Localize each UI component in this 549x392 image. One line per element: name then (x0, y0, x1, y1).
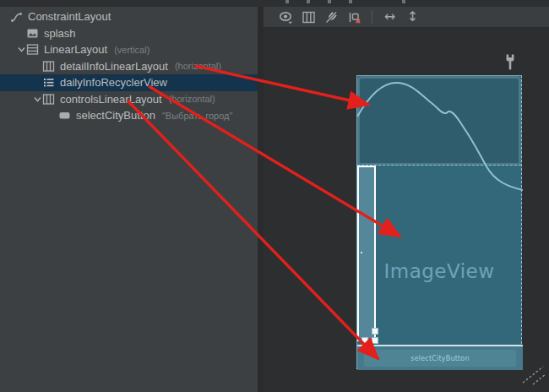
imageview-icon (26, 27, 39, 40)
autoconnect-off-magnet-icon[interactable] (324, 10, 339, 24)
orientation-label: (vertical) (114, 45, 149, 55)
chevron-spacer (16, 28, 26, 38)
tree-item-linearlayout[interactable]: LinearLayout (vertical) (0, 41, 258, 58)
tree-item-detailinfolinearlayout[interactable]: detailInfoLinearLayout (horizontal) (0, 58, 258, 75)
component-tree-panel: ConstraintLayout splash LinearLayout (ve… (0, 7, 258, 392)
recyclerview-icon (42, 76, 55, 89)
controls-bar[interactable]: selectCityButton (357, 345, 523, 370)
imageview-placeholder-label: ImageView (357, 260, 521, 282)
tree-item-label: splash (44, 27, 76, 40)
chevron-spacer (48, 111, 58, 121)
tree-item-label: LinearLayout (44, 43, 107, 56)
toolbar-stub-icon (328, 0, 331, 3)
section-divider-dashed (357, 165, 521, 166)
button-text-label: "Выбрать город" (162, 111, 232, 121)
tree-item-dailyinforecyclerview[interactable]: dailyInfoRecyclerView (0, 74, 258, 91)
canvas-resize-handle[interactable] (521, 366, 546, 389)
view-options-eye-icon[interactable] (279, 10, 293, 24)
recyclerview-selected-strip[interactable] (357, 166, 376, 341)
toolbar-stub-icon (349, 0, 352, 3)
design-toolbar: ↔ ↕ (264, 7, 549, 28)
tree-item-splash[interactable]: splash (0, 25, 258, 42)
toolbar-stub-icon (307, 0, 310, 3)
chevron-spacer (32, 78, 42, 88)
tree-item-selectcitybutton[interactable]: selectCityButton "Выбрать город" (0, 107, 258, 124)
wrench-icon[interactable] (505, 54, 515, 70)
tree-item-label: dailyInfoRecyclerView (60, 76, 167, 89)
chevron-down-icon[interactable] (32, 94, 42, 104)
toolbar-stub-icon (285, 0, 289, 3)
panel-splitter[interactable] (258, 7, 264, 392)
orientation-label: (horizontal) (175, 61, 221, 71)
tree-item-constraintlayout[interactable]: ConstraintLayout (0, 8, 258, 25)
toolbar-separator (372, 10, 372, 24)
linearlayout-vertical-icon (26, 43, 39, 56)
match-height-arrow-icon[interactable]: ↕ (405, 10, 420, 24)
match-width-arrow-icon[interactable]: ↔ (383, 10, 397, 24)
select-city-button-preview[interactable]: selectCityButton (364, 350, 516, 367)
selection-handle[interactable] (372, 328, 378, 335)
tree-item-controlslinearlayout[interactable]: controlsLinearLayout (horizontal) (0, 91, 258, 108)
selection-handle[interactable] (372, 337, 378, 344)
tree-item-label: ConstraintLayout (28, 10, 111, 23)
select-city-button-label: selectCityButton (410, 355, 469, 362)
constraintlayout-icon (10, 10, 23, 23)
design-surface-panel: ↔ ↕ ImageView selectCityButton (264, 7, 549, 392)
chevron-spacer (0, 12, 10, 22)
tree-item-label: controlsLinearLayout (60, 93, 162, 106)
curve-path (357, 83, 523, 190)
linearlayout-horizontal-icon (42, 60, 55, 73)
button-icon (58, 109, 71, 122)
toolbar-stub-icon (402, 0, 405, 3)
blueprint-columns-icon[interactable] (302, 10, 316, 24)
tree-item-label: selectCityButton (76, 109, 155, 122)
chevron-down-icon[interactable] (16, 45, 26, 55)
weather-curve-graphic (357, 76, 523, 203)
clear-constraints-icon[interactable] (347, 10, 361, 24)
device-preview-canvas[interactable]: ImageView selectCityButton (356, 75, 522, 369)
top-cutoff-toolbar (0, 0, 549, 7)
selection-handle[interactable] (361, 337, 368, 344)
constraint-anchor-dot (361, 252, 362, 253)
orientation-label: (horizontal) (169, 94, 215, 104)
linearlayout-horizontal-icon (42, 93, 55, 106)
chevron-spacer (32, 61, 42, 71)
tree-item-label: detailInfoLinearLayout (60, 60, 168, 73)
